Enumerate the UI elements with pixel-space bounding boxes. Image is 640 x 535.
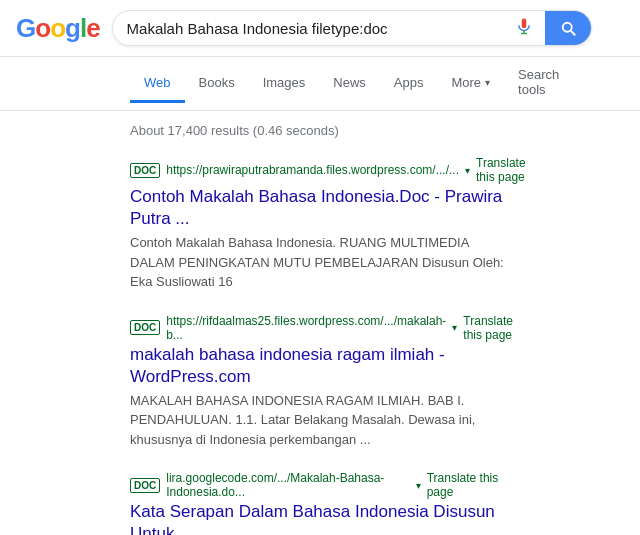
result-translate[interactable]: Translate this page xyxy=(476,156,526,184)
header: Google xyxy=(0,0,640,57)
search-icons xyxy=(515,17,533,39)
result-url-row: DOC https://rifdaalmas25.files.wordpress… xyxy=(130,314,510,342)
result-title[interactable]: makalah bahasa indonesia ragam ilmiah - … xyxy=(130,344,510,388)
url-chevron-icon: ▾ xyxy=(452,322,457,333)
tab-more[interactable]: More ▾ xyxy=(437,65,504,103)
tab-search-tools[interactable]: Search tools xyxy=(504,57,573,110)
result-title[interactable]: Kata Serapan Dalam Bahasa Indonesia Disu… xyxy=(130,501,510,535)
tab-apps[interactable]: Apps xyxy=(380,65,438,103)
result-badge: DOC xyxy=(130,478,160,493)
tab-books[interactable]: Books xyxy=(185,65,249,103)
result-translate[interactable]: Translate this page xyxy=(427,471,510,499)
svg-rect-0 xyxy=(521,19,526,29)
results-list: DOC https://prawiraputrabramanda.files.w… xyxy=(130,156,510,535)
tab-web[interactable]: Web xyxy=(130,65,185,103)
tab-images[interactable]: Images xyxy=(249,65,320,103)
result-item: DOC https://rifdaalmas25.files.wordpress… xyxy=(130,314,510,450)
nav-tabs: Web Books Images News Apps More ▾ Search… xyxy=(0,57,640,111)
result-url: https://rifdaalmas25.files.wordpress.com… xyxy=(166,314,446,342)
tab-news[interactable]: News xyxy=(319,65,380,103)
results-count: About 17,400 results (0.46 seconds) xyxy=(130,123,510,138)
result-snippet: MAKALAH BAHASA INDONESIA RAGAM ILMIAH. B… xyxy=(130,391,510,450)
result-url-row: DOC lira.googlecode.com/.../Makalah-Baha… xyxy=(130,471,510,499)
result-url-row: DOC https://prawiraputrabramanda.files.w… xyxy=(130,156,510,184)
result-item: DOC lira.googlecode.com/.../Makalah-Baha… xyxy=(130,471,510,535)
result-url: https://prawiraputrabramanda.files.wordp… xyxy=(166,163,459,177)
result-translate[interactable]: Translate this page xyxy=(463,314,513,342)
more-chevron-icon: ▾ xyxy=(485,77,490,88)
results-area: About 17,400 results (0.46 seconds) DOC … xyxy=(0,111,640,535)
search-input[interactable] xyxy=(127,20,507,37)
result-url: lira.googlecode.com/.../Makalah-Bahasa-I… xyxy=(166,471,409,499)
result-badge: DOC xyxy=(130,163,160,178)
url-chevron-icon: ▾ xyxy=(465,165,470,176)
search-button[interactable] xyxy=(545,11,591,45)
google-logo[interactable]: Google xyxy=(16,13,100,44)
result-title[interactable]: Contoh Makalah Bahasa Indonesia.Doc - Pr… xyxy=(130,186,510,230)
result-badge: DOC xyxy=(130,320,160,335)
mic-icon[interactable] xyxy=(515,17,533,39)
result-snippet: Contoh Makalah Bahasa Indonesia. RUANG M… xyxy=(130,233,510,292)
url-chevron-icon: ▾ xyxy=(416,480,421,491)
result-item: DOC https://prawiraputrabramanda.files.w… xyxy=(130,156,510,292)
search-bar xyxy=(112,10,592,46)
